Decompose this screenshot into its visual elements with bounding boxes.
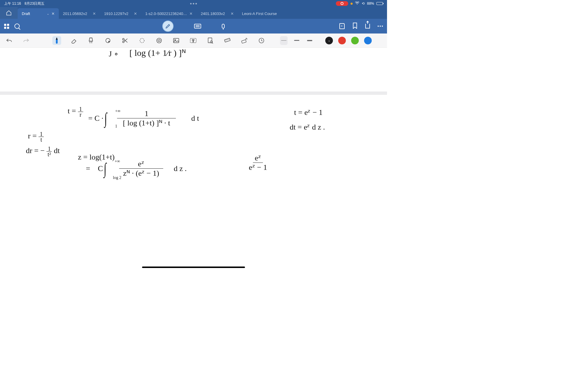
svg-point-1 (109, 41, 110, 42)
wifi-icon (355, 1, 359, 6)
handwriting-line: dr = − 1t² dt (26, 146, 60, 157)
status-date: 8月23日周五 (24, 1, 44, 6)
status-bar: 上午 11:16 8月23日周五 ⟲ 88% (0, 0, 387, 7)
color-black[interactable] (325, 37, 333, 44)
image-tool[interactable] (172, 36, 181, 45)
search-button[interactable] (14, 24, 20, 29)
location-indicator-icon (351, 3, 353, 5)
svg-point-4 (140, 38, 144, 43)
color-blue[interactable] (364, 37, 372, 44)
stroke-width-group (280, 36, 313, 45)
app-toolbar (0, 19, 387, 33)
highlighter-tool[interactable] (86, 36, 95, 45)
home-button[interactable] (0, 7, 18, 19)
svg-rect-6 (174, 38, 179, 43)
close-tab-icon[interactable]: ✕ (134, 11, 137, 16)
doc-tab[interactable]: 2011.05692v2✕ (59, 8, 100, 19)
doc-tab[interactable]: 1-s2.0-S00221236240…✕ (141, 8, 197, 19)
stroke-thick[interactable] (306, 36, 313, 45)
home-indicator[interactable] (142, 267, 245, 268)
close-tab-icon[interactable]: ✕ (51, 11, 55, 16)
tab-label: Leoni-A First Course (242, 11, 277, 16)
link-tool[interactable] (240, 36, 249, 45)
svg-rect-12 (224, 38, 230, 42)
close-tab-icon[interactable]: ✕ (189, 11, 193, 16)
microphone-button[interactable] (222, 24, 225, 29)
add-page-button[interactable] (339, 23, 345, 29)
color-red[interactable] (338, 37, 346, 44)
eraser-tool[interactable] (69, 36, 78, 45)
color-green[interactable] (351, 37, 359, 44)
battery-pct: 88% (367, 1, 374, 6)
bookmark-button[interactable] (352, 22, 358, 30)
keyboard-button[interactable] (194, 24, 201, 29)
ruler-tool[interactable] (223, 36, 232, 45)
stamp-tool[interactable] (155, 36, 164, 45)
timer-tool[interactable] (257, 36, 266, 45)
rotation-lock-icon: ⟲ (362, 1, 365, 6)
chevron-down-icon[interactable]: ⌄ (47, 12, 49, 15)
stroke-thin[interactable] (280, 36, 288, 45)
handwriting-line: r = 1t (28, 131, 44, 142)
drawing-toolbar: T (0, 33, 387, 48)
pen-tool[interactable] (52, 36, 61, 45)
stroke-med[interactable] (293, 36, 301, 45)
svg-rect-10 (208, 38, 212, 43)
page-separator (0, 92, 387, 95)
note-canvas[interactable]: J ∘ [ log (1+ 1⁄r ) ]ᴺ t = 1r r = 1t dr … (0, 48, 387, 270)
text-tool[interactable]: T (189, 36, 198, 45)
undo-button[interactable] (5, 36, 14, 45)
share-button[interactable] (365, 24, 370, 29)
page-search-tool[interactable] (206, 36, 215, 45)
handwriting-line: J ∘ (109, 49, 119, 58)
shape-tool[interactable] (104, 36, 112, 45)
handwriting-line: = C ∫ +∞ log 2 eᶻ zᴺ · (eᶻ − 1) d z . (86, 159, 187, 178)
more-button[interactable] (378, 26, 383, 27)
svg-text:T: T (192, 38, 194, 43)
handwriting-line: eᶻ eᶻ − 1 (247, 153, 269, 172)
color-group (325, 37, 372, 44)
thumbnails-button[interactable] (4, 24, 9, 29)
tab-label: Draft (22, 11, 44, 16)
battery-icon (376, 2, 383, 5)
tab-label: 1910.12297v2 (104, 11, 131, 16)
scissors-tool[interactable] (121, 36, 129, 45)
handwriting-line: dt = eᶻ d z . (290, 123, 325, 132)
handwriting-line: = C · ∫ +∞ 1 1 [ log (1+t) ]ᴺ · t d t (88, 109, 199, 128)
tab-label: 2011.05692v2 (63, 11, 90, 16)
handwriting-line: t = eᶻ − 1 (294, 108, 323, 117)
close-tab-icon[interactable]: ✕ (93, 11, 96, 16)
redo-button[interactable] (22, 36, 31, 45)
draw-mode-button[interactable] (162, 21, 174, 32)
doc-tab[interactable]: 1910.12297v2✕ (100, 8, 141, 19)
tab-bar: Draft⌄✕2011.05692v2✕1910.12297v2✕1-s2.0-… (0, 7, 387, 19)
handwriting-line: t = 1r (68, 106, 83, 117)
handwriting-line: [ log (1+ 1⁄r ) ]ᴺ (129, 48, 186, 58)
doc-tab[interactable]: Leoni-A First Course (238, 8, 281, 19)
tab-label: 1-s2.0-S00221236240… (145, 11, 187, 16)
doc-tab[interactable]: 2401.18033v2✕ (197, 8, 238, 19)
screen-record-pill[interactable] (336, 1, 348, 6)
doc-tab[interactable]: Draft⌄✕ (18, 8, 59, 19)
status-time: 上午 11:16 (4, 1, 21, 6)
svg-rect-13 (241, 39, 246, 43)
svg-point-3 (123, 41, 124, 43)
svg-point-2 (123, 38, 124, 40)
lasso-tool[interactable] (138, 36, 146, 45)
tab-label: 2401.18033v2 (201, 11, 228, 16)
close-tab-icon[interactable]: ✕ (231, 11, 234, 16)
multitask-dots[interactable] (190, 3, 197, 4)
